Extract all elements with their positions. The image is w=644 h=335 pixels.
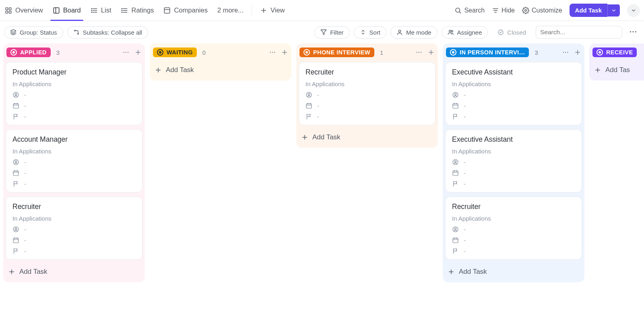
card-priority[interactable]: - [452, 113, 575, 120]
task-card[interactable]: Executive Assistant In Applications - - … [445, 62, 582, 125]
assignee-chip[interactable]: Assignee [442, 26, 488, 39]
card-location: In Applications [452, 148, 575, 155]
card-date[interactable]: - [452, 237, 575, 244]
column-actions [562, 49, 581, 56]
filter-chip[interactable]: Filter [314, 26, 349, 39]
add-task-label: Add Tas [605, 66, 630, 74]
status-pill[interactable]: IN PERSON INTERVI… [446, 48, 529, 57]
add-task-row[interactable]: Add Task [445, 264, 582, 280]
card-assignee[interactable]: - [12, 226, 136, 233]
card-date[interactable]: - [452, 102, 575, 109]
card-priority[interactable]: - [452, 180, 575, 187]
card-date[interactable]: - [452, 170, 575, 176]
group-chip[interactable]: Group: Status [4, 26, 63, 39]
plus-icon[interactable] [574, 49, 581, 56]
task-card[interactable]: Account Manager In Applications - - - [6, 129, 142, 192]
card-date[interactable]: - [12, 102, 136, 109]
more-icon[interactable] [269, 49, 276, 56]
board-icon [53, 7, 60, 14]
add-task-row[interactable]: Add Task [6, 264, 142, 280]
task-card[interactable]: Executive Assistant In Applications - - … [445, 129, 582, 192]
status-pill[interactable]: RECEIVE [592, 48, 637, 57]
status-pill[interactable]: APPLIED [6, 48, 51, 57]
add-task-row[interactable]: Add Tas [592, 62, 644, 78]
task-card[interactable]: Recruiter In Applications - - - [6, 196, 142, 260]
meta-value: - [464, 170, 466, 176]
plus-icon[interactable] [281, 49, 288, 56]
add-task-row[interactable]: Add Task [299, 129, 436, 145]
more-icon[interactable] [415, 49, 423, 56]
card-title: Recruiter [452, 203, 575, 211]
add-task-dropdown[interactable] [607, 4, 620, 17]
column-actions [122, 49, 142, 56]
card-assignee[interactable]: - [12, 159, 136, 165]
add-task-label[interactable]: Add Task [570, 4, 607, 17]
calendar-icon [452, 102, 459, 109]
task-card[interactable]: Product Manager In Applications - - - [6, 62, 142, 125]
card-priority[interactable]: - [12, 113, 136, 120]
list-bullets-icon [91, 7, 98, 14]
card-priority[interactable]: - [305, 113, 429, 120]
nav-customize[interactable]: Customize [522, 7, 562, 14]
card-date[interactable]: - [305, 102, 429, 109]
status-label: APPLIED [20, 49, 47, 56]
plus-icon[interactable] [427, 49, 435, 56]
column-header: PHONE INTERVIEW1 [299, 46, 436, 58]
status-dot-icon [450, 49, 456, 56]
card-date[interactable]: - [12, 170, 136, 176]
meta-value: - [464, 91, 466, 98]
tab-label: Overview [15, 6, 43, 14]
add-view-button[interactable]: View [259, 0, 285, 21]
status-dot-icon [597, 49, 603, 56]
toolbar-more[interactable] [626, 27, 640, 37]
sort-chip[interactable]: Sort [354, 26, 387, 39]
tab-label: 2 more... [217, 6, 244, 14]
meta-value: - [24, 113, 26, 120]
card-priority[interactable]: - [12, 248, 136, 254]
more-icon[interactable] [122, 49, 130, 56]
tab-more[interactable]: 2 more... [217, 0, 244, 21]
task-card[interactable]: Recruiter In Applications - - - [299, 62, 436, 125]
more-icon[interactable] [562, 49, 569, 56]
view-tabs: OverviewBoardListRatingsCompanies2 more.… [4, 0, 244, 21]
tab-list[interactable]: List [90, 0, 112, 21]
tab-ratings[interactable]: Ratings [120, 0, 155, 21]
nav-search[interactable]: Search [454, 7, 485, 14]
card-priority[interactable]: - [12, 180, 136, 187]
nav-hide[interactable]: Hide [492, 7, 515, 14]
card-assignee[interactable]: - [12, 91, 136, 98]
card-priority[interactable]: - [452, 248, 575, 254]
status-pill[interactable]: PHONE INTERVIEW [299, 48, 374, 57]
card-date[interactable]: - [12, 237, 136, 244]
card-assignee[interactable]: - [452, 159, 575, 165]
tab-board[interactable]: Board [52, 0, 82, 21]
column-count: 3 [56, 49, 60, 56]
status-pill[interactable]: WAITING [153, 48, 197, 57]
card-assignee[interactable]: - [452, 91, 575, 98]
status-label: IN PERSON INTERVI… [460, 49, 525, 56]
subtask-icon [73, 29, 80, 35]
tab-companies[interactable]: Companies [163, 0, 208, 21]
subtasks-chip[interactable]: Subtasks: Collapse all [67, 26, 149, 39]
nav-customize-label: Customize [532, 7, 562, 14]
tab-overview[interactable]: Overview [4, 0, 44, 21]
gear-icon [522, 7, 529, 14]
meta-value: - [464, 237, 466, 244]
closed-label: Closed [507, 29, 526, 36]
board-search-input[interactable] [536, 26, 622, 39]
closed-chip[interactable]: Closed [492, 27, 532, 38]
card-assignee[interactable]: - [305, 91, 429, 98]
add-task-row[interactable]: Add Task [152, 62, 289, 78]
plus-icon[interactable] [134, 49, 142, 56]
me-mode-chip[interactable]: Me mode [390, 26, 438, 39]
add-task-button[interactable]: Add Task [570, 4, 620, 17]
column-received: RECEIVEAdd Tas [589, 43, 644, 81]
task-card[interactable]: Recruiter In Applications - - - [445, 196, 582, 260]
card-assignee[interactable]: - [452, 226, 575, 233]
meta-value: - [24, 102, 26, 109]
collapse-toggle[interactable] [627, 4, 640, 17]
card-title: Recruiter [305, 68, 429, 77]
column-header: WAITING0 [152, 46, 289, 58]
nav-search-label: Search [464, 7, 485, 14]
add-task-label: Add Task [459, 268, 487, 276]
